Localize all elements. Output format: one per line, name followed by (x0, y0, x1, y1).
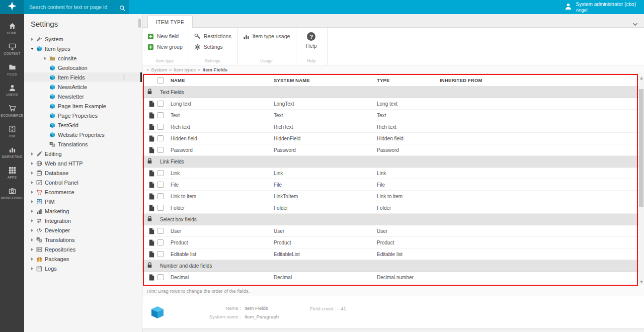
column-header-inherited-from[interactable]: INHERITED FROM (440, 77, 638, 83)
row-checkbox[interactable] (157, 135, 164, 141)
row-checkbox[interactable] (157, 251, 164, 257)
row-checkbox[interactable] (157, 124, 164, 130)
tree-item-page-item-example[interactable]: Page Item Example (24, 101, 142, 111)
tree-item-pim[interactable]: PIM (24, 197, 142, 206)
tree-item-system[interactable]: System (24, 34, 142, 44)
tree-item-repositories[interactable]: Repositories (24, 244, 142, 254)
caret-collapsed-icon[interactable] (29, 200, 35, 203)
caret-collapsed-icon[interactable] (29, 162, 35, 165)
tree-item-packages[interactable]: Packages (24, 254, 142, 264)
field-row-editable-list[interactable]: Editable listEditableListEditable list (142, 248, 638, 260)
search-icon[interactable] (119, 4, 125, 13)
app-logo[interactable] (0, 0, 24, 14)
rail-item-marketing[interactable]: MARKETING (0, 142, 24, 162)
tree-item-coinsite[interactable]: coinsite (24, 53, 142, 63)
caret-collapsed-icon[interactable] (29, 219, 35, 222)
caret-collapsed-icon[interactable] (29, 191, 35, 194)
tree-item-database[interactable]: Database (24, 168, 142, 178)
row-checkbox[interactable] (157, 112, 164, 118)
field-row-hidden-field[interactable]: Hidden fieldHiddenFieldHidden field (142, 133, 638, 144)
tree-item-page-properties[interactable]: Page Properties (24, 111, 142, 120)
caret-collapsed-icon[interactable] (29, 152, 35, 155)
tab-item-type[interactable]: ITEM TYPE (147, 16, 193, 28)
caret-collapsed-icon[interactable] (29, 248, 35, 251)
field-row-text[interactable]: TextTextText (142, 110, 638, 121)
item-context-menu-icon[interactable]: ⋮ (121, 74, 127, 80)
caret-collapsed-icon[interactable] (29, 267, 35, 270)
tree-item-geolocation[interactable]: Geolocation (24, 63, 142, 72)
row-checkbox[interactable] (157, 101, 164, 107)
row-checkbox[interactable] (157, 228, 164, 234)
rail-item-home[interactable]: HOME (0, 18, 24, 39)
group-row-select-box-fields[interactable]: Select box fields (142, 214, 638, 225)
row-checkbox[interactable] (157, 205, 164, 211)
tree-item-editing[interactable]: Editing (24, 149, 142, 158)
scroll-up-icon[interactable] (640, 77, 643, 79)
field-row-password[interactable]: PasswordPasswordPassword (142, 144, 638, 156)
caret-collapsed-icon[interactable] (42, 57, 48, 60)
tree-item-integration[interactable]: Integration (24, 216, 142, 225)
caret-collapsed-icon[interactable] (29, 38, 35, 41)
tree-item-item-types[interactable]: Item types (24, 44, 142, 53)
new-field-button[interactable]: New field (147, 32, 183, 40)
rail-item-content[interactable]: CONTENT (0, 39, 24, 59)
settings-button[interactable]: Settings (194, 43, 231, 51)
tree-item-control-panel[interactable]: Control Panel (24, 178, 142, 187)
tree-item-web-and-http[interactable]: Web and HTTP (24, 158, 142, 168)
select-all-checkbox[interactable] (157, 77, 164, 84)
chevron-down-icon[interactable] (632, 19, 638, 28)
tree-item-website-properties[interactable]: Website Properties (24, 130, 142, 139)
field-row-long-text[interactable]: Long textLongTextLong text (142, 98, 638, 110)
row-checkbox[interactable] (157, 239, 164, 245)
column-header-system-name[interactable]: SYSTEM NAME (274, 77, 377, 83)
group-row-link-fields[interactable]: Link Fields (142, 156, 638, 168)
field-row-rich-text[interactable]: Rich textRichTextRich text (142, 121, 638, 133)
caret-collapsed-icon[interactable] (29, 181, 35, 184)
search-input[interactable] (24, 0, 129, 14)
caret-expanded-icon[interactable] (29, 48, 35, 50)
field-row-link-to-item[interactable]: Link to itemLinkToItemLink to item (142, 191, 638, 202)
row-checkbox[interactable] (157, 147, 164, 153)
help-button[interactable]: ?Help (306, 32, 317, 49)
group-row-number-and-date-fields[interactable]: Number and date fields (142, 260, 638, 272)
row-checkbox[interactable] (157, 182, 164, 188)
column-header-type[interactable]: TYPE (377, 77, 440, 83)
tree-item-translations[interactable]: aATranslations (24, 235, 142, 244)
caret-collapsed-icon[interactable] (29, 172, 35, 175)
restrictions-button[interactable]: Restrictions (194, 32, 231, 40)
row-checkbox[interactable] (157, 274, 164, 280)
tree-item-developer[interactable]: Developer (24, 225, 142, 235)
rail-item-apps[interactable]: APPS (0, 162, 24, 183)
field-row-product[interactable]: ProductProductProduct (142, 237, 638, 248)
caret-collapsed-icon[interactable] (29, 238, 35, 241)
tree-item-item-fields[interactable]: Item Fields⋮ (24, 72, 142, 82)
row-checkbox[interactable] (157, 193, 164, 199)
tree-item-logs[interactable]: Logs (24, 264, 142, 273)
table-scrollbar[interactable] (638, 75, 644, 285)
field-row-decimal[interactable]: DecimalDecimalDecimal number (142, 272, 638, 283)
scrollbar-thumb[interactable] (639, 89, 643, 207)
rail-item-users[interactable]: USERS (0, 80, 24, 101)
caret-collapsed-icon[interactable] (29, 210, 35, 213)
tree-item-ecommerce[interactable]: Ecommerce (24, 187, 142, 197)
user-menu[interactable]: System administrator (cbo) Angel (565, 1, 644, 14)
tree-item-marketing[interactable]: Marketing (24, 206, 142, 216)
tree-item-translations[interactable]: aATranslations (24, 139, 142, 149)
group-row-text-fields[interactable]: Text Fields (142, 87, 638, 98)
new-group-button[interactable]: New group (147, 43, 183, 51)
column-header-name[interactable]: NAME (171, 77, 274, 83)
sidebar-scrollbar-thumb[interactable] (138, 19, 141, 28)
breadcrumb-item-system[interactable]: System (151, 67, 167, 72)
breadcrumb-item-item-types[interactable]: Item types (174, 67, 196, 72)
field-row-link[interactable]: LinkLinkLink (142, 168, 638, 179)
field-row-file[interactable]: FileFileFile (142, 179, 638, 191)
caret-collapsed-icon[interactable] (29, 258, 35, 261)
rail-item-ecommerce[interactable]: ECOMMERCE (0, 101, 24, 121)
rail-item-monitoring[interactable]: MONITORING (0, 183, 24, 204)
tree-item-newsletter[interactable]: Newsletter (24, 92, 142, 101)
tree-item-testgrid[interactable]: TestGrid (24, 120, 142, 130)
tree-item-newsarticle[interactable]: NewsArticle (24, 82, 142, 92)
item-type-usage-button[interactable]: Item type usage (243, 32, 290, 40)
field-row-folder[interactable]: FolderFolderFolder (142, 202, 638, 214)
rail-item-pim[interactable]: PIM (0, 121, 24, 142)
